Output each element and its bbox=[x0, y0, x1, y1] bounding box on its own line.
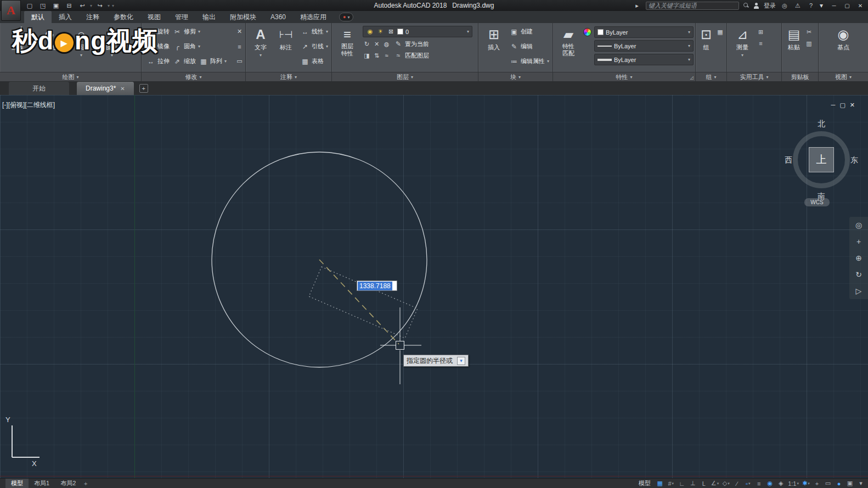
zoom-icon[interactable]: ⊕ bbox=[849, 250, 868, 266]
dynamic-input-field[interactable]: 1338.7188 bbox=[357, 281, 397, 291]
snap-toggle-icon[interactable]: #▾ bbox=[666, 479, 676, 488]
match-properties-tool[interactable]: ▰ 特性 匹配 bbox=[556, 24, 580, 72]
layout-tab-layout2[interactable]: 布局2 bbox=[55, 479, 81, 488]
open-button[interactable]: ◳ bbox=[37, 1, 48, 10]
paste-tool[interactable]: ▤ 粘贴 bbox=[784, 24, 804, 72]
chevron-down-icon[interactable]: ▾ bbox=[467, 29, 469, 34]
showmotion-icon[interactable]: ▷ bbox=[849, 283, 868, 299]
explode-icon[interactable]: ≡ bbox=[235, 43, 244, 50]
make-current-button[interactable]: ✎ 置为当前 bbox=[392, 39, 431, 49]
layout-tab-layout1[interactable]: 布局1 bbox=[29, 479, 55, 488]
layer-lock-icon[interactable]: ⊠ bbox=[387, 28, 395, 35]
offset-icon[interactable]: ▭ bbox=[235, 58, 244, 65]
file-tab-start[interactable]: 开始 bbox=[9, 82, 69, 95]
pan-icon[interactable]: + bbox=[849, 233, 868, 250]
quick-select-icon[interactable]: ≡ bbox=[757, 40, 765, 47]
layer-dropdown[interactable]: ◉ ☀ ⊠ 0 ▾ bbox=[363, 26, 472, 37]
ungroup-icon[interactable]: ▦ bbox=[716, 24, 724, 72]
minimize-button[interactable]: ─ bbox=[827, 1, 841, 10]
close-tab-icon[interactable]: ✕ bbox=[120, 86, 125, 92]
layer-tool-icon-6[interactable]: ≈ bbox=[382, 52, 391, 59]
new-button[interactable]: ▢ bbox=[24, 1, 35, 10]
quick-properties-icon[interactable]: ▭ bbox=[823, 479, 833, 488]
edit-attributes-tool[interactable]: ≔ 编辑属性 ▾ bbox=[508, 54, 551, 69]
viewcube[interactable]: 上 北 南 西 东 bbox=[786, 119, 857, 201]
array-tool[interactable]: ▦ 阵列 ▾ bbox=[198, 54, 228, 69]
polar-tracking-icon[interactable]: ∠▾ bbox=[710, 479, 720, 488]
customization-icon[interactable]: ▾ bbox=[856, 479, 866, 488]
redo-button[interactable]: ↪ bbox=[94, 1, 105, 10]
object-snap-tracking-icon[interactable]: ∕ bbox=[732, 479, 742, 488]
search-expand-icon[interactable]: ▸ bbox=[633, 2, 641, 9]
maximize-button[interactable]: ▢ bbox=[841, 1, 854, 10]
match-layer-button[interactable]: ≈ 匹配图层 bbox=[392, 51, 431, 60]
isodraft-icon[interactable]: ◇▾ bbox=[721, 479, 731, 488]
layer-tool-icon-3[interactable]: ◍ bbox=[382, 41, 391, 48]
panel-label-layers[interactable]: 图层 ▾ bbox=[332, 72, 478, 81]
lineweight-toggle-icon[interactable]: ≡ bbox=[754, 479, 764, 488]
panel-label-clipboard[interactable]: 剪贴板 bbox=[782, 72, 818, 81]
viewcube-north-label[interactable]: 北 bbox=[786, 119, 857, 129]
fillet-tool[interactable]: ╭ 圆角 ▾ bbox=[171, 39, 202, 54]
layer-properties-tool[interactable]: ≡ 图层 特性 bbox=[335, 24, 360, 72]
layer-tool-icon-2[interactable]: ✕ bbox=[373, 41, 381, 48]
ribbon-tab-parametric[interactable]: 参数化 bbox=[106, 11, 140, 23]
isolate-objects-icon[interactable]: ▣ bbox=[845, 479, 855, 488]
ribbon-tab-default[interactable]: 默认 bbox=[24, 11, 52, 23]
viewport-minimize-button[interactable]: ─ bbox=[831, 102, 836, 109]
table-tool[interactable]: ▦ 表格 bbox=[299, 54, 330, 69]
file-tab-drawing3[interactable]: Drawing3* ✕ bbox=[77, 82, 134, 95]
measure-tool[interactable]: ⊿ 测量 ▾ bbox=[730, 24, 754, 72]
drawing-area[interactable]: Y X [-][俯视][二维线框] ─ ▢ ✕ 上 北 南 西 东 WCS ◎ … bbox=[0, 95, 868, 478]
infer-constraints-icon[interactable]: ∟ bbox=[677, 479, 687, 488]
autoscale-icon[interactable]: ◈ bbox=[776, 479, 786, 488]
panel-label-draw[interactable]: 绘图 ▾ bbox=[0, 72, 141, 81]
notification-icon[interactable]: ⚠ bbox=[793, 2, 802, 9]
leader-tool[interactable]: ↗ 引线 ▾ bbox=[299, 39, 330, 54]
ribbon-tab-annotate[interactable]: 注释 bbox=[79, 11, 106, 23]
linear-dimension-tool[interactable]: ↔ 线性 ▾ bbox=[299, 24, 330, 39]
undo-button[interactable]: ↩ bbox=[77, 1, 88, 10]
copy-icon[interactable]: ▥ bbox=[805, 40, 813, 47]
dynamic-input-toggle-icon[interactable]: ⊥ bbox=[688, 479, 698, 488]
help-dropdown-icon[interactable]: ▾ bbox=[820, 2, 823, 9]
trim-tool[interactable]: ✂ 修剪 ▾ bbox=[171, 24, 202, 39]
panel-label-groups[interactable]: 组 ▾ bbox=[696, 72, 726, 81]
layout-tab-model[interactable]: 模型 bbox=[5, 479, 29, 488]
ortho-toggle-icon[interactable]: L bbox=[699, 479, 709, 488]
ribbon-tab-addins[interactable]: 附加模块 bbox=[223, 11, 263, 23]
plot-button[interactable]: ⊟ bbox=[64, 1, 75, 10]
ribbon-tab-featured-apps[interactable]: 精选应用 bbox=[293, 11, 334, 23]
undo-dropdown-icon[interactable]: ▾ bbox=[90, 3, 92, 8]
login-button[interactable]: 登录 bbox=[764, 2, 776, 10]
workspace-switching-icon[interactable]: ✱▾ bbox=[801, 479, 811, 488]
annotation-scale-button[interactable]: 1:1▾ bbox=[787, 479, 800, 488]
qat-customize-icon[interactable]: ▾ bbox=[112, 3, 114, 8]
object-color-dropdown[interactable]: ByLayer ▾ bbox=[594, 26, 694, 38]
group-tool[interactable]: ⊡ 组 bbox=[697, 24, 715, 72]
linetype-dropdown[interactable]: ByLayer ▾ bbox=[594, 40, 694, 52]
annotation-monitor-icon[interactable]: + bbox=[812, 479, 822, 488]
new-drawing-tab-button[interactable]: + bbox=[139, 84, 148, 93]
panel-label-utilities[interactable]: 实用工具 ▾ bbox=[727, 72, 781, 81]
redo-dropdown-icon[interactable]: ▾ bbox=[108, 3, 110, 8]
layer-tool-icon-4[interactable]: ◨ bbox=[363, 52, 371, 59]
cut-icon[interactable]: ✂ bbox=[805, 29, 813, 36]
viewport-controls-label[interactable]: [-][俯视][二维线框] bbox=[2, 100, 55, 110]
base-point-tool[interactable]: ◉ 基点 bbox=[830, 24, 856, 72]
ribbon-tab-a360[interactable]: A360 bbox=[263, 11, 293, 23]
dialog-launcher-icon[interactable]: ◿ bbox=[690, 75, 694, 80]
layer-color-swatch[interactable] bbox=[397, 29, 403, 35]
erase-icon[interactable]: ✕ bbox=[235, 28, 244, 35]
insert-block-tool[interactable]: ⊞ 插入 bbox=[482, 24, 506, 72]
ribbon-display-toggle[interactable]: ● ▾ bbox=[339, 13, 353, 21]
model-paper-toggle[interactable]: 模型 bbox=[635, 479, 654, 487]
search-icon[interactable] bbox=[743, 3, 749, 8]
color-wheel-icon[interactable] bbox=[583, 28, 591, 36]
layer-tool-icon-5[interactable]: ⇅ bbox=[373, 52, 381, 59]
ribbon-tab-output[interactable]: 输出 bbox=[195, 11, 223, 23]
prompt-options-icon[interactable]: ▾ bbox=[457, 357, 465, 365]
panel-label-block[interactable]: 块 ▾ bbox=[478, 72, 553, 81]
viewport-close-button[interactable]: ✕ bbox=[850, 102, 855, 109]
object-snap-icon[interactable]: ▫▾ bbox=[743, 479, 753, 488]
